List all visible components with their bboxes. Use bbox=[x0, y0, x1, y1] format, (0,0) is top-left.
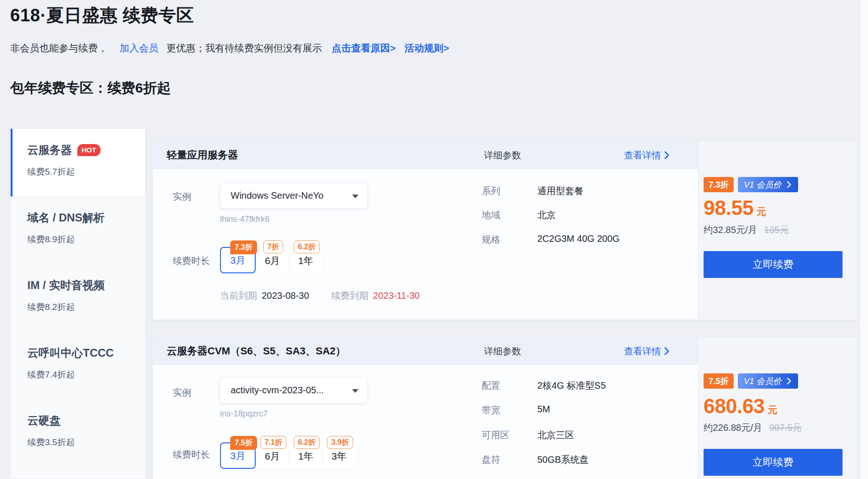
sidebar-item-im-trtc[interactable]: IM / 实时音视频 续费8.2折起 bbox=[11, 264, 145, 332]
price-badges: 7.5折 V1 会员价 bbox=[704, 373, 798, 389]
discount-tag: 7.1折 bbox=[260, 436, 286, 449]
price-badges: 7.3折 V1 会员价 bbox=[704, 177, 798, 192]
current-expiry-label: 当前到期 bbox=[220, 290, 257, 302]
discount-tag: 7折 bbox=[263, 240, 283, 253]
instance-select-value: activity-cvm-2023-05... bbox=[231, 385, 324, 396]
spec-value: 通用型套餐 bbox=[537, 185, 584, 197]
category-sidebar: 云服务器 HOT 续费5.7折起 域名 / DNS解析 续费8.9折起 IM /… bbox=[10, 128, 146, 479]
sidebar-item-discount: 续费3.5折起 bbox=[27, 436, 145, 448]
discount-tag: 7.3折 bbox=[230, 240, 257, 254]
sidebar-item-title: 云硬盘 bbox=[27, 413, 145, 428]
monthly-price: 约32.85元/月 bbox=[704, 224, 757, 236]
sidebar-item-label: 云服务器 bbox=[27, 143, 72, 158]
spec-value: 北京 bbox=[537, 209, 556, 221]
scrollbar-track[interactable] bbox=[860, 0, 868, 479]
duration-option-3y[interactable]: 3.9折 3年 bbox=[322, 442, 356, 469]
monthly-price-line: 约32.85元/月 135元 bbox=[704, 224, 789, 236]
sidebar-item-title: 云呼叫中心TCCC bbox=[27, 346, 145, 360]
price-amount: 98.55 bbox=[704, 196, 754, 220]
params-label: 详细参数 bbox=[484, 149, 521, 162]
sidebar-item-cloud-server[interactable]: 云服务器 HOT 续费5.7折起 bbox=[11, 129, 145, 196]
view-reason-link[interactable]: 点击查看原因> bbox=[332, 42, 396, 55]
instance-select[interactable]: Windows Server-NeYo bbox=[220, 183, 367, 208]
price-amount: 680.63 bbox=[704, 395, 765, 418]
instance-id: ins-18pqzrc7 bbox=[220, 409, 268, 419]
duration-options: 7.5折 3月 7.1折 6月 6.2折 1年 3.9折 3年 bbox=[220, 442, 356, 469]
renew-expiry-label: 续费到期 bbox=[331, 290, 368, 302]
price-line: 98.55 元 bbox=[704, 196, 767, 220]
instance-label: 实例 bbox=[173, 190, 191, 203]
card-title: 云服务器CVM（S6、S5、SA3、SA2） bbox=[167, 344, 346, 358]
sidebar-item-dns[interactable]: 域名 / DNS解析 续费8.9折起 bbox=[11, 196, 145, 264]
instance-label: 实例 bbox=[173, 386, 191, 399]
duration-option-6m[interactable]: 7.1折 6月 bbox=[256, 442, 289, 469]
spec-label: 可用区 bbox=[482, 429, 509, 441]
discount-tag: 6.2折 bbox=[294, 240, 320, 253]
price-line: 680.63 元 bbox=[704, 395, 778, 418]
original-price: 135元 bbox=[764, 224, 789, 236]
discount-tag: 6.2折 bbox=[294, 436, 320, 449]
sidebar-item-title: IM / 实时音视频 bbox=[27, 278, 145, 293]
instance-select-value: Windows Server-NeYo bbox=[231, 190, 323, 201]
spec-value: 2核4G 标准型S5 bbox=[537, 379, 606, 392]
sidebar-item-cloud-disk[interactable]: 云硬盘 续费3.5折起 bbox=[11, 399, 145, 467]
view-detail-label: 查看详情 bbox=[624, 149, 661, 162]
expiry-row: 当前到期 2023-08-30 续费到期 2023-11-30 bbox=[220, 290, 420, 302]
duration-option-3m[interactable]: 7.5折 3月 bbox=[220, 442, 256, 469]
spec-label: 盘符 bbox=[482, 454, 500, 466]
sidebar-item-discount: 续费8.9折起 bbox=[27, 233, 145, 246]
view-detail-label: 查看详情 bbox=[624, 345, 661, 358]
view-detail-link[interactable]: 查看详情 bbox=[624, 345, 669, 358]
sidebar-item-label: 域名 / DNS解析 bbox=[27, 210, 105, 225]
price-unit: 元 bbox=[757, 205, 767, 218]
spec-label: 系列 bbox=[482, 185, 500, 197]
renew-now-button[interactable]: 立即续费 bbox=[704, 251, 843, 278]
activity-rules-link[interactable]: 活动规则> bbox=[404, 42, 449, 55]
duration-option-1y[interactable]: 6.2折 1年 bbox=[289, 247, 322, 273]
product-card-lighthouse: 轻量应用服务器 详细参数 查看详情 实例 Windows Server-NeYo… bbox=[153, 141, 857, 320]
discount-badge: 7.3折 bbox=[704, 177, 734, 192]
caret-down-icon bbox=[352, 195, 359, 202]
price-panel: 7.3折 V1 会员价 98.55 元 约32.85元/月 135元 立即续费 bbox=[698, 141, 857, 320]
discount-badge: 7.5折 bbox=[704, 373, 734, 389]
vip-price-label: V1 会员价 bbox=[744, 376, 781, 387]
vip-price-badge[interactable]: V1 会员价 bbox=[738, 177, 798, 192]
spec-label: 带宽 bbox=[482, 404, 500, 416]
current-expiry-date: 2023-08-30 bbox=[262, 290, 309, 301]
renewal-promo-page: 618·夏日盛惠 续费专区 非会员也能参与续费， 加入会员 更优惠；我有待续费实… bbox=[0, 0, 868, 479]
duration-label: 续费时长 bbox=[173, 255, 210, 267]
sidebar-item-title: 域名 / DNS解析 bbox=[27, 210, 145, 225]
view-detail-link[interactable]: 查看详情 bbox=[624, 149, 669, 162]
chevron-right-icon bbox=[787, 181, 791, 188]
duration-label: 续费时长 bbox=[173, 448, 210, 461]
discount-tag: 3.9折 bbox=[327, 436, 353, 449]
spec-label: 配置 bbox=[482, 379, 500, 392]
sidebar-item-discount: 续费8.2折起 bbox=[27, 301, 145, 313]
spec-label: 规格 bbox=[482, 233, 500, 246]
params-label: 详细参数 bbox=[484, 345, 521, 358]
page-title: 618·夏日盛惠 续费专区 bbox=[10, 4, 194, 27]
subtitle-prefix: 非会员也能参与续费， bbox=[10, 42, 107, 55]
join-member-link[interactable]: 加入会员 bbox=[120, 42, 158, 55]
price-panel: 7.5折 V1 会员价 680.63 元 约226.88元/月 907.5元 立… bbox=[698, 337, 857, 479]
section-title: 包年续费专区：续费6折起 bbox=[10, 79, 171, 98]
renew-expiry-date: 2023-11-30 bbox=[373, 290, 420, 301]
spec-value: 50GB系统盘 bbox=[537, 454, 589, 466]
duration-option-1y[interactable]: 6.2折 1年 bbox=[289, 442, 322, 469]
vip-price-badge[interactable]: V1 会员价 bbox=[738, 373, 798, 389]
sidebar-item-label: IM / 实时音视频 bbox=[27, 278, 105, 293]
chevron-right-icon bbox=[787, 378, 791, 384]
original-price: 907.5元 bbox=[769, 422, 802, 434]
duration-option-6m[interactable]: 7折 6月 bbox=[256, 247, 289, 273]
spec-label: 地域 bbox=[482, 209, 500, 221]
sidebar-item-title: 云服务器 HOT bbox=[27, 143, 145, 158]
instance-id: lhins-47fkfrk6 bbox=[220, 214, 270, 224]
duration-options: 7.3折 3月 7折 6月 6.2折 1年 bbox=[220, 247, 322, 273]
renew-now-button[interactable]: 立即续费 bbox=[704, 449, 843, 476]
monthly-price-line: 约226.88元/月 907.5元 bbox=[704, 422, 802, 434]
duration-option-3m[interactable]: 7.3折 3月 bbox=[220, 247, 256, 273]
caret-down-icon bbox=[352, 389, 359, 396]
sidebar-item-tccc[interactable]: 云呼叫中心TCCC 续费7.4折起 bbox=[11, 332, 145, 399]
sidebar-item-discount: 续费7.4折起 bbox=[27, 369, 145, 381]
instance-select[interactable]: activity-cvm-2023-05... bbox=[220, 378, 367, 403]
